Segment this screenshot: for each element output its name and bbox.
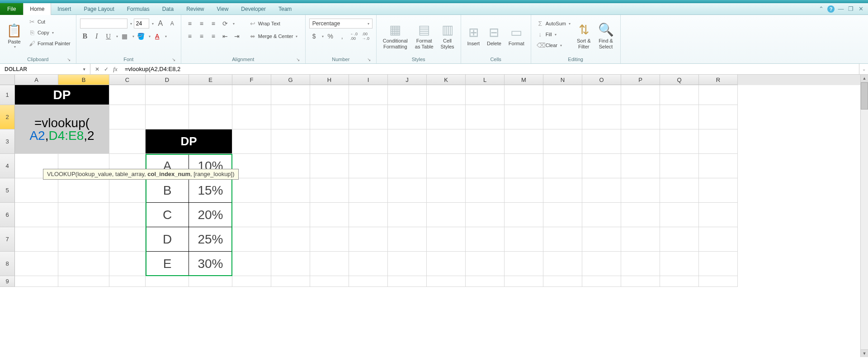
cell-H2[interactable]: [310, 105, 349, 129]
clipboard-dialog-launcher[interactable]: ↘: [66, 57, 71, 62]
cell-B9[interactable]: [58, 276, 109, 287]
cut-button[interactable]: ✂Cut: [27, 17, 72, 27]
merge-center-button[interactable]: ⬌Merge & Center▾: [247, 31, 300, 41]
col-header-Q[interactable]: Q: [660, 75, 699, 85]
cell-A1[interactable]: DP: [15, 85, 109, 105]
find-select-button[interactable]: 🔍Find & Select: [595, 17, 617, 55]
cell-C9[interactable]: [109, 276, 146, 287]
cell-O6[interactable]: [582, 203, 621, 227]
cell-Q8[interactable]: [660, 252, 699, 276]
underline-button[interactable]: U: [104, 31, 113, 41]
align-center-button[interactable]: ≡: [197, 31, 207, 41]
paste-button[interactable]: 📋 Paste ▾: [4, 17, 25, 55]
cell-O1[interactable]: [582, 85, 621, 105]
align-left-button[interactable]: ≡: [185, 31, 195, 41]
cell-B6[interactable]: [58, 203, 109, 227]
cell-G8[interactable]: [271, 252, 310, 276]
cell-C2[interactable]: [109, 105, 146, 129]
col-header-R[interactable]: R: [699, 75, 738, 85]
col-header-M[interactable]: M: [505, 75, 543, 85]
cell-J3[interactable]: [388, 129, 427, 154]
row-header-8[interactable]: 8: [0, 252, 15, 276]
row-header-4[interactable]: 4: [0, 154, 15, 178]
scroll-down-button[interactable]: ▼: [861, 349, 868, 357]
tab-file[interactable]: File: [0, 3, 23, 15]
cell-N4[interactable]: [543, 154, 582, 178]
cell-L9[interactable]: [466, 276, 505, 287]
vertical-scrollbar[interactable]: ▲ ▼: [860, 75, 868, 357]
tab-review[interactable]: Review: [180, 3, 210, 15]
minimize-ribbon-icon[interactable]: ⌃: [817, 5, 825, 13]
cell-J2[interactable]: [388, 105, 427, 129]
col-header-J[interactable]: J: [388, 75, 427, 85]
cell-A6[interactable]: [15, 203, 58, 227]
cell-G2[interactable]: [271, 105, 310, 129]
cell-N9[interactable]: [543, 276, 582, 287]
cell-C3[interactable]: [109, 129, 146, 154]
cell-K6[interactable]: [427, 203, 466, 227]
cell-I9[interactable]: [349, 276, 388, 287]
insert-cells-button[interactable]: ⊞Insert: [465, 17, 483, 55]
cell-R5[interactable]: [699, 178, 738, 203]
cell-R2[interactable]: [699, 105, 738, 129]
cell-R3[interactable]: [699, 129, 738, 154]
col-header-K[interactable]: K: [427, 75, 466, 85]
cell-I6[interactable]: [349, 203, 388, 227]
col-header-D[interactable]: D: [146, 75, 189, 85]
cell-H6[interactable]: [310, 203, 349, 227]
cell-C5[interactable]: [109, 178, 146, 203]
cell-I5[interactable]: [349, 178, 388, 203]
enter-formula-button[interactable]: ✓: [102, 65, 110, 73]
cell-Q1[interactable]: [660, 85, 699, 105]
cell-K5[interactable]: [427, 178, 466, 203]
cell-L2[interactable]: [466, 105, 505, 129]
italic-button[interactable]: I: [92, 31, 102, 41]
cell-M2[interactable]: [505, 105, 543, 129]
cell-N8[interactable]: [543, 252, 582, 276]
cell-K7[interactable]: [427, 227, 466, 252]
cancel-formula-button[interactable]: ✕: [93, 65, 101, 73]
cell-E5[interactable]: 15%: [189, 178, 232, 203]
row-header-1[interactable]: 1: [0, 85, 15, 105]
font-name-dropdown-icon[interactable]: ▾: [130, 22, 132, 26]
fill-button[interactable]: ↓Fill▾: [535, 29, 572, 39]
cell-R7[interactable]: [699, 227, 738, 252]
cell-F8[interactable]: [232, 252, 271, 276]
cell-P4[interactable]: [621, 154, 660, 178]
cell-Q4[interactable]: [660, 154, 699, 178]
cell-O9[interactable]: [582, 276, 621, 287]
cell-M5[interactable]: [505, 178, 543, 203]
decrease-indent-button[interactable]: ⇤: [220, 31, 230, 41]
cell-J4[interactable]: [388, 154, 427, 178]
font-color-button[interactable]: A: [152, 31, 162, 41]
cell-Q9[interactable]: [660, 276, 699, 287]
cell-H4[interactable]: [310, 154, 349, 178]
cell-F1[interactable]: [232, 85, 271, 105]
cell-A9[interactable]: [15, 276, 58, 287]
cell-F7[interactable]: [232, 227, 271, 252]
wrap-text-button[interactable]: ↩Wrap Text: [247, 19, 300, 29]
expand-formula-bar-button[interactable]: ⌄: [859, 64, 868, 74]
cell-Q5[interactable]: [660, 178, 699, 203]
cell-J1[interactable]: [388, 85, 427, 105]
cell-C8[interactable]: [109, 252, 146, 276]
cell-J7[interactable]: [388, 227, 427, 252]
cell-Q6[interactable]: [660, 203, 699, 227]
cell-K8[interactable]: [427, 252, 466, 276]
cell-I3[interactable]: [349, 129, 388, 154]
cell-R8[interactable]: [699, 252, 738, 276]
cell-P5[interactable]: [621, 178, 660, 203]
cell-H3[interactable]: [310, 129, 349, 154]
format-as-table-button[interactable]: ▤Format as Table: [412, 17, 436, 55]
cell-E2[interactable]: [189, 105, 232, 129]
cell-B7[interactable]: [58, 227, 109, 252]
window-minimize-icon[interactable]: —: [837, 5, 844, 13]
cell-D8[interactable]: E: [146, 252, 189, 276]
cell-B5[interactable]: [58, 178, 109, 203]
cell-G5[interactable]: [271, 178, 310, 203]
tab-home[interactable]: Home: [23, 3, 51, 15]
cell-P2[interactable]: [621, 105, 660, 129]
cell-K3[interactable]: [427, 129, 466, 154]
col-header-P[interactable]: P: [621, 75, 660, 85]
font-size-input[interactable]: [134, 19, 149, 29]
